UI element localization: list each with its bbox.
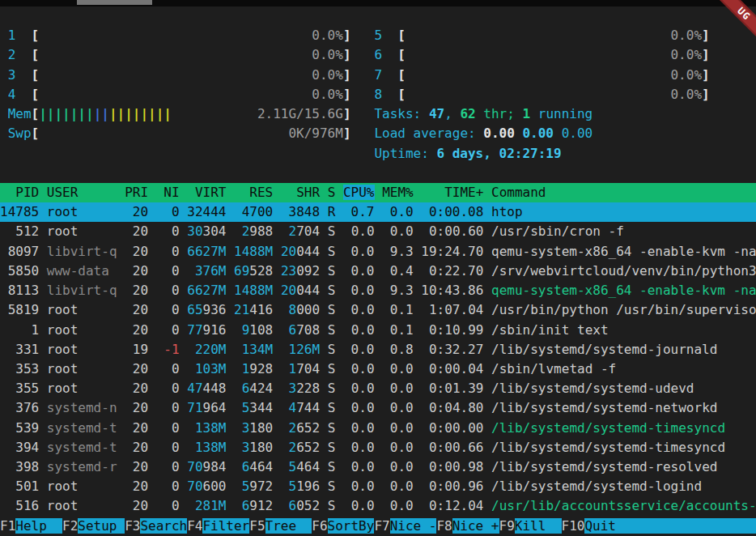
meter-open-bracket: [ <box>32 106 40 121</box>
fkey-f1[interactable]: F1 <box>0 518 15 534</box>
fkey-f10[interactable]: F10 <box>562 518 585 534</box>
mem-used-bars: ||||||| <box>39 106 93 121</box>
column-header-pri[interactable]: PRI <box>125 185 148 200</box>
process-row-355[interactable]: 355 root 20 0 47448 6424 3228 S 0.0 0.0 … <box>0 379 756 398</box>
column-header-cpu[interactable]: CPU% <box>343 185 375 200</box>
ni-cell: 0 <box>156 459 180 474</box>
fkey-label-help[interactable]: Help <box>15 518 62 534</box>
text-segment <box>180 342 188 357</box>
text-segment <box>180 302 188 317</box>
fkey-f7[interactable]: F7 <box>374 518 389 534</box>
column-header-pid[interactable]: PID <box>0 185 39 200</box>
column-header-command[interactable]: Command <box>491 185 756 200</box>
function-key-bar: F1Help F2Setup F3SearchF4FilterF5Tree F6… <box>0 517 756 536</box>
shr-cell: 5 <box>289 459 297 474</box>
state-cell: S <box>328 322 336 338</box>
column-header-shr[interactable]: SHR <box>281 185 320 200</box>
fkey-label-tree[interactable]: Tree <box>265 518 312 534</box>
time-cell: 0:00.08 <box>421 204 483 219</box>
text-segment <box>382 87 397 102</box>
fkey-f2[interactable]: F2 <box>62 518 78 534</box>
process-row-353[interactable]: 353 root 20 0 103M 1928 1704 S 0.0 0.0 0… <box>0 359 756 379</box>
mem-cell: 0.0 <box>382 498 414 513</box>
res-cell: 2 <box>242 223 250 239</box>
pid-cell: 353 <box>0 361 39 376</box>
process-row-14785[interactable]: 14785 root 20 0 32444 4700 3848 R 0.7 0.… <box>0 202 756 222</box>
text-segment <box>351 67 375 83</box>
cpu-meters-line: 2 [ 0.0%] 6 [ 0.0%] <box>0 45 756 65</box>
fkey-label-nice-[interactable]: Nice + <box>452 518 499 534</box>
text-segment <box>320 322 328 338</box>
text-segment <box>335 185 343 200</box>
text-segment <box>226 400 234 415</box>
text-segment <box>351 28 375 43</box>
fkey-label-setup[interactable]: Setup <box>78 518 125 534</box>
column-header-time[interactable]: TIME+ <box>421 185 483 200</box>
cpu-meters-line: 3 [ 0.0%] 7 [ 0.0%] <box>0 66 756 85</box>
shr-cell: 464 <box>296 459 320 474</box>
text-segment <box>382 47 397 62</box>
fkey-f8[interactable]: F8 <box>436 518 452 534</box>
ni-cell: 0 <box>156 263 180 279</box>
cpu-meter-value: 0.0% <box>670 67 702 83</box>
process-row-539[interactable]: 539 systemd-t 20 0 138M 3180 2652 S 0.0 … <box>0 419 756 438</box>
cpu-meter-value: 0.0% <box>670 47 702 62</box>
table-header-row[interactable]: PID USER PRI NI VIRT RES SHR S CPU% MEM%… <box>0 183 756 202</box>
meter-open-bracket: [ <box>32 47 40 62</box>
process-row-501[interactable]: 501 root 20 0 70600 5972 5196 S 0.0 0.0 … <box>0 477 756 496</box>
process-row-8097[interactable]: 8097 libvirt-q 20 0 6627M 1488M 20044 S … <box>0 242 756 262</box>
pri-cell: 20 <box>125 479 148 494</box>
window-tab-indicator[interactable] <box>77 0 152 5</box>
column-header-res[interactable]: RES <box>234 185 273 200</box>
fkey-label-search[interactable]: Search <box>140 518 187 534</box>
fkey-f3[interactable]: F3 <box>125 518 140 534</box>
res-cell: 528 <box>249 263 273 279</box>
state-cell: S <box>328 420 336 436</box>
process-row-516[interactable]: 516 root 20 0 281M 6912 6052 S 0.0 0.0 0… <box>0 496 756 516</box>
fkey-f6[interactable]: F6 <box>312 518 327 534</box>
column-header-s[interactable]: S <box>328 185 336 200</box>
res-cell: 180 <box>249 420 273 436</box>
column-header-user[interactable]: USER <box>47 185 117 200</box>
column-header-ni[interactable]: NI <box>156 185 180 200</box>
process-row-331[interactable]: 331 root 19 -1 220M 134M 126M S 0.0 0.8 … <box>0 340 756 359</box>
command-cell: /lib/systemd/systemd-networkd <box>491 400 756 415</box>
column-header-virt[interactable]: VIRT <box>187 185 226 200</box>
fkey-label-sortby[interactable]: SortBy <box>328 518 375 534</box>
fkey-label-filter[interactable]: Filter <box>202 518 249 534</box>
virt-cell: 6627M <box>187 244 226 259</box>
process-row-398[interactable]: 398 systemd-r 20 0 70984 6464 5464 S 0.0… <box>0 457 756 477</box>
fkey-label-quit[interactable]: Quit <box>584 518 616 534</box>
text-segment <box>335 498 343 513</box>
process-row-376[interactable]: 376 systemd-n 20 0 71964 5344 4744 S 0.0… <box>0 398 756 418</box>
shr-cell: 704 <box>296 223 320 239</box>
meter-open-bracket: [ <box>32 28 40 43</box>
fkey-f5[interactable]: F5 <box>249 518 265 534</box>
text-segment <box>180 400 188 415</box>
fkey-f9[interactable]: F9 <box>499 518 515 534</box>
fkey-label-nice-[interactable]: Nice - <box>390 518 437 534</box>
ni-cell: 0 <box>156 479 180 494</box>
process-row-5819[interactable]: 5819 root 20 0 65936 21416 8000 S 0.0 0.… <box>0 300 756 320</box>
process-row-8113[interactable]: 8113 libvirt-q 20 0 6627M 1488M 20044 S … <box>0 281 756 300</box>
text-segment <box>273 459 281 474</box>
virt-cell: 70 <box>187 479 202 494</box>
text-segment <box>117 381 125 396</box>
text-segment <box>148 302 156 317</box>
process-row-1[interactable]: 1 root 20 0 77916 9108 6708 S 0.0 0.1 0:… <box>0 321 756 340</box>
text-segment <box>351 106 375 121</box>
text-segment <box>0 67 8 83</box>
fkey-f4[interactable]: F4 <box>187 518 202 534</box>
column-header-mem[interactable]: MEM% <box>382 185 414 200</box>
pid-cell: 501 <box>0 479 39 494</box>
text-segment <box>39 479 47 494</box>
virt-cell: 47 <box>187 381 202 396</box>
time-cell: 0:12.04 <box>421 498 483 513</box>
process-row-394[interactable]: 394 systemd-t 20 0 138M 3180 2652 S 0.0 … <box>0 438 756 457</box>
text-segment <box>273 322 281 338</box>
process-row-512[interactable]: 512 root 20 0 30304 2988 2704 S 0.0 0.0 … <box>0 222 756 241</box>
pid-cell: 398 <box>0 459 39 474</box>
pri-cell: 19 <box>125 342 148 357</box>
fkey-label-kill[interactable]: Kill <box>515 518 562 534</box>
process-row-5850[interactable]: 5850 www-data 20 0 376M 69528 23092 S 0.… <box>0 262 756 281</box>
